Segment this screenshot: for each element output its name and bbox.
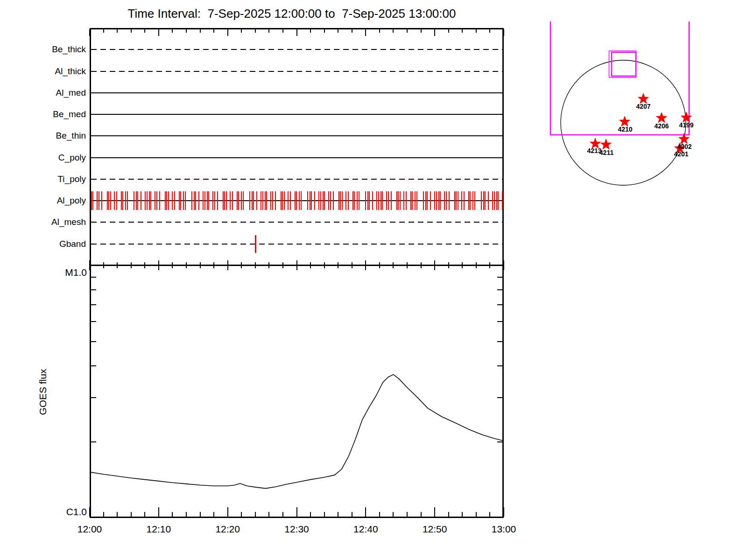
- goes-log-tick-right: [497, 365, 502, 366]
- exposure-tick: [91, 191, 92, 210]
- time-tick-mid: [296, 260, 297, 270]
- time-tick-mid: [310, 262, 311, 268]
- filter-row-line-Al_med: [91, 92, 502, 93]
- exposure-tick: [403, 191, 404, 210]
- exposure-tick: [367, 191, 368, 210]
- active-region-star-4213: [590, 138, 601, 148]
- exposure-tick: [444, 191, 445, 210]
- time-tick-top: [144, 29, 145, 33]
- time-tick-mid: [268, 262, 269, 268]
- time-tick-top: [213, 29, 214, 33]
- exposure-tick: [496, 191, 497, 210]
- goes-log-tick-right: [497, 304, 502, 305]
- exposure-tick: [232, 191, 233, 210]
- exposure-tick: [237, 191, 238, 210]
- time-tick-bottom: [476, 512, 477, 517]
- exposure-tick: [438, 191, 439, 210]
- time-tick-top: [89, 29, 90, 36]
- exposure-tick: [365, 191, 366, 210]
- exposure-tick: [456, 191, 457, 210]
- time-tick-bottom: [268, 512, 269, 517]
- exposure-tick: [166, 191, 167, 210]
- time-tick-bottom: [89, 507, 90, 517]
- exposure-tick: [382, 191, 383, 210]
- exposure-tick: [179, 191, 180, 210]
- time-tick-bottom: [393, 512, 394, 517]
- exposure-tick: [282, 191, 283, 210]
- exposure-tick: [150, 191, 151, 210]
- time-tick-bottom: [448, 512, 449, 517]
- time-tick-bottom: [434, 507, 435, 517]
- exposure-tick: [388, 191, 389, 210]
- time-tick-bottom: [503, 507, 504, 517]
- time-tick-mid: [476, 262, 477, 268]
- solar-disk: [561, 60, 686, 185]
- time-tick-mid: [448, 262, 449, 268]
- exposure-tick: [159, 191, 160, 210]
- time-label-12:40: 12:40: [343, 524, 388, 535]
- time-tick-top: [448, 29, 449, 33]
- exposure-tick: [454, 191, 455, 210]
- exposure-tick: [174, 191, 175, 210]
- time-tick-top: [476, 29, 477, 33]
- exposure-tick: [406, 191, 407, 210]
- goes-log-tick-left: [91, 277, 96, 278]
- exposure-tick: [299, 191, 300, 210]
- exposure-tick: [483, 191, 484, 210]
- exposure-tick: [376, 191, 377, 210]
- time-tick-bottom: [144, 512, 145, 517]
- time-tick-bottom: [117, 512, 118, 517]
- goes-log-tick-left: [91, 321, 96, 322]
- time-tick-top: [255, 29, 256, 33]
- exposure-tick: [137, 191, 138, 210]
- time-tick-top: [462, 29, 463, 33]
- time-tick-top: [282, 29, 283, 33]
- exposure-tick: [290, 191, 291, 210]
- time-tick-mid: [407, 262, 408, 268]
- screenshot-root: { "title": "Time Interval: 7-Sep-2025 12…: [0, 0, 747, 560]
- exposure-tick: [136, 191, 137, 210]
- exposure-tick: [214, 191, 215, 210]
- time-tick-mid: [103, 262, 104, 268]
- time-tick-top: [200, 29, 201, 33]
- exposure-tick: [110, 191, 111, 210]
- page-title: Time Interval: 7-Sep-2025 12:00:00 to 7-…: [82, 7, 502, 21]
- time-tick-mid: [186, 262, 187, 268]
- time-tick-top: [268, 29, 269, 33]
- time-tick-top: [489, 29, 490, 33]
- exposure-tick: [224, 191, 225, 210]
- exposure-tick: [265, 191, 266, 210]
- exposure-tick: [485, 191, 486, 210]
- time-tick-mid: [421, 262, 422, 268]
- exposure-tick: [134, 191, 134, 210]
- exposure-tick: [378, 191, 379, 210]
- time-tick-bottom: [131, 512, 132, 517]
- exposure-tick: [488, 191, 489, 210]
- active-region-star-4207: [638, 93, 649, 104]
- time-label-12:30: 12:30: [275, 524, 319, 535]
- time-tick-mid: [393, 262, 394, 268]
- time-tick-mid: [158, 260, 159, 270]
- exposure-tick: [284, 191, 285, 210]
- exposure-tick: [318, 191, 319, 210]
- time-tick-top: [296, 29, 297, 36]
- filter-label-Al_mesh: Al_mesh: [11, 217, 86, 228]
- exposure-tick: [101, 191, 102, 210]
- exposure-tick: [230, 191, 231, 210]
- time-tick-top: [186, 29, 187, 33]
- goes-log-tick-left: [91, 304, 96, 305]
- exposure-tick: [92, 191, 93, 210]
- exposure-tick: [114, 191, 115, 210]
- time-tick-mid: [241, 262, 242, 268]
- goes-axis-title: GOES flux: [37, 341, 49, 443]
- time-tick-bottom: [324, 512, 325, 517]
- time-tick-mid: [144, 262, 145, 268]
- filter-row-line-Gband: [91, 244, 502, 245]
- time-tick-bottom: [462, 512, 463, 517]
- time-tick-bottom: [310, 512, 311, 517]
- exposure-tick: [328, 191, 329, 210]
- time-label-12:10: 12:10: [136, 524, 181, 535]
- time-tick-bottom: [379, 512, 380, 517]
- target-box-inner: [612, 52, 636, 76]
- filter-label-Be_med: Be_med: [11, 109, 86, 120]
